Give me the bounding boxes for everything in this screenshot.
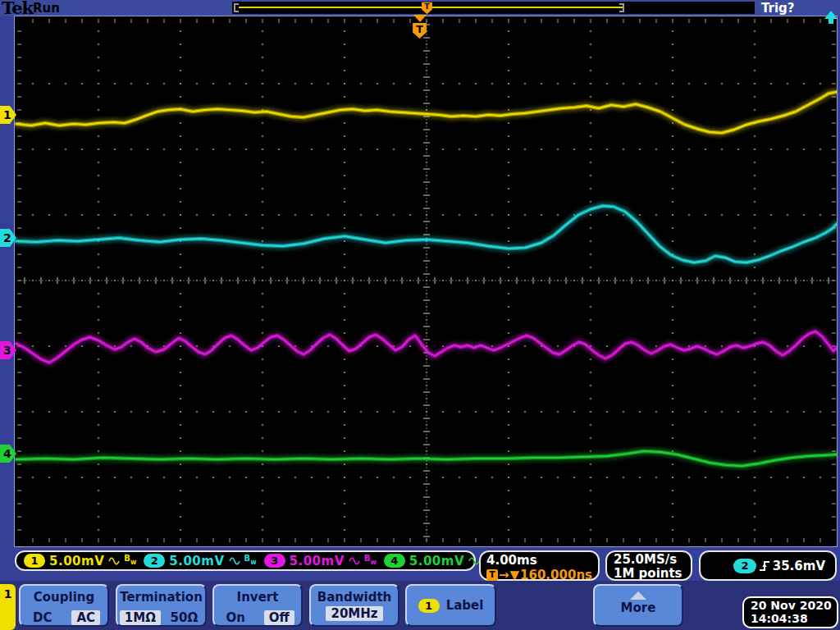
- acquisition-readout: 25.0MS/s 1M points: [605, 550, 692, 581]
- record-view-right-bracket-icon: [619, 3, 624, 12]
- oscilloscope-screen: Tek Run T Trig? T 1 2 3 4 1 5.00mV Bw: [0, 0, 840, 630]
- coupling-ac-option[interactable]: AC: [71, 610, 100, 625]
- trigger-level: 35.6mV: [773, 559, 825, 573]
- ac-coupling-icon: [468, 556, 480, 566]
- termination-50ohm-option[interactable]: 50Ω: [166, 610, 203, 625]
- trigger-readout: 2 35.6mV: [699, 550, 837, 581]
- channel-1-ground-marker[interactable]: 1: [0, 106, 16, 124]
- invert-on-option[interactable]: On: [221, 610, 249, 625]
- channel-readouts: 1 5.00mV Bw 2 5.00mV Bw 3 5.00mV Bw 4 5.…: [15, 550, 476, 571]
- waveform-display: [15, 16, 837, 546]
- date: 20 Nov 2020: [751, 599, 837, 612]
- trigger-t-icon: T: [486, 569, 498, 581]
- channel-4-ground-marker[interactable]: 4: [0, 445, 16, 463]
- bandwidth-limit-indicator: Bw: [124, 553, 136, 568]
- trigger-level-offscreen-arrow-icon: [824, 11, 838, 28]
- datetime-display: 20 Nov 2020 14:04:38: [742, 596, 838, 628]
- channel-1-readout: 1 5.00mV Bw: [16, 553, 136, 568]
- ac-coupling-icon: [108, 556, 120, 566]
- channel-3-ground-marker[interactable]: 3: [0, 341, 16, 359]
- channel-4-badge: 4: [384, 554, 405, 568]
- ac-coupling-icon: [229, 556, 240, 566]
- channel-2-badge: 2: [144, 554, 165, 568]
- horizontal-readout: 4.00ms T→▼160.000ns: [479, 550, 600, 581]
- trigger-point-t-icon[interactable]: T: [412, 22, 427, 43]
- channel-1-badge: 1: [24, 554, 45, 568]
- bandwidth-limit-indicator: Bw: [364, 553, 377, 568]
- channel-2-ground-marker[interactable]: 2: [0, 229, 16, 247]
- top-status-bar: Tek Run T Trig?: [0, 0, 840, 16]
- time: 14:04:38: [751, 612, 837, 625]
- bandwidth-button[interactable]: Bandwidth 20MHz: [309, 584, 399, 627]
- graticule-and-traces: [15, 16, 837, 546]
- coupling-button[interactable]: Coupling DC AC: [19, 584, 109, 627]
- up-triangle-icon: [630, 591, 646, 600]
- channel-menu-tab: 1: [0, 584, 16, 630]
- svg-text:T: T: [416, 23, 423, 35]
- channel-3-badge: 3: [264, 554, 285, 568]
- rising-edge-icon: [758, 559, 771, 573]
- trigger-source-badge: 2: [733, 559, 756, 573]
- record-view-bar[interactable]: T: [232, 2, 755, 14]
- sample-rate: 25.0MS/s: [614, 553, 684, 567]
- channel-2-readout: 2 5.00mV Bw: [136, 553, 256, 568]
- termination-1mohm-option[interactable]: 1MΩ: [120, 610, 161, 625]
- record-length: 1M points: [614, 567, 684, 581]
- invert-off-option[interactable]: Off: [264, 610, 294, 625]
- coupling-dc-option[interactable]: DC: [28, 610, 57, 625]
- invert-button[interactable]: Invert On Off: [212, 584, 303, 627]
- ac-coupling-icon: [349, 556, 360, 566]
- label-channel-badge: 1: [418, 599, 440, 613]
- channel-3-readout: 3 5.00mV Bw: [257, 553, 377, 568]
- acquisition-status: Run: [33, 1, 60, 16]
- more-button[interactable]: More: [593, 584, 683, 627]
- bandwidth-20mhz-option[interactable]: 20MHz: [326, 606, 382, 621]
- tek-logo: Tek: [2, 0, 33, 18]
- trigger-status: Trig?: [761, 1, 795, 16]
- termination-button[interactable]: Termination 1MΩ 50Ω: [116, 584, 207, 627]
- bandwidth-limit-indicator: Bw: [244, 553, 257, 568]
- timebase-scale: 4.00ms: [486, 553, 592, 568]
- label-button[interactable]: 1 Label: [405, 584, 496, 627]
- svg-text:T: T: [424, 2, 429, 11]
- trigger-point-arrow-icon: [413, 15, 427, 22]
